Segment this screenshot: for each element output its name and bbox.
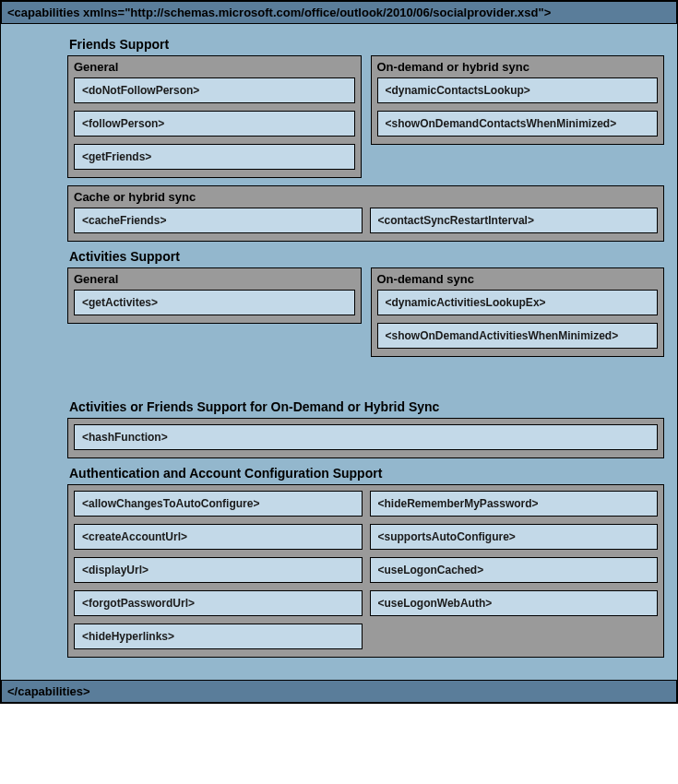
- xml-element: <getFriends>: [74, 144, 355, 170]
- xml-element: <showOnDemandActivitiesWhenMinimized>: [377, 323, 659, 349]
- xml-element: <hideHyperlinks>: [74, 624, 363, 649]
- xml-element: <allowChangesToAutoConfigure>: [74, 491, 363, 517]
- xml-element: <createAccountUrl>: [74, 524, 363, 550]
- xml-element: <contactSyncRestartInterval>: [370, 208, 659, 233]
- group-friends-general: General <doNotFollowPerson> <followPerso…: [67, 55, 362, 178]
- xml-element: <doNotFollowPerson>: [74, 77, 355, 103]
- xml-open-tag: <capabilities xmlns="http://schemas.micr…: [1, 1, 677, 24]
- xml-element: <cacheFriends>: [74, 208, 363, 233]
- group-auth: <allowChangesToAutoConfigure> <createAcc…: [67, 484, 664, 658]
- section-title-auth: Authentication and Account Configuration…: [69, 466, 664, 481]
- group-title: General: [74, 58, 355, 77]
- group-title: On-demand or hybrid sync: [377, 58, 659, 77]
- xml-element: <hashFunction>: [74, 424, 658, 450]
- xml-element: <dynamicContactsLookup>: [377, 77, 659, 103]
- group-activities-general: General <getActivites>: [67, 267, 362, 324]
- section-title-friends: Friends Support: [69, 37, 664, 52]
- group-title: General: [74, 270, 355, 290]
- xml-close-tag: </capabilities>: [1, 680, 677, 703]
- diagram-body: Friends Support General <doNotFollowPers…: [1, 24, 677, 680]
- xml-element: <useLogonCached>: [370, 557, 659, 583]
- xml-element: <getActivites>: [74, 290, 355, 315]
- xml-element: <supportsAutoConfigure>: [370, 524, 659, 550]
- capabilities-diagram: <capabilities xmlns="http://schemas.micr…: [0, 0, 678, 704]
- xml-element: <followPerson>: [74, 111, 355, 137]
- group-hybrid: <hashFunction>: [67, 418, 664, 458]
- group-friends-cache: Cache or hybrid sync <cacheFriends> <con…: [67, 185, 664, 242]
- xml-element: <showOnDemandContactsWhenMinimized>: [377, 111, 659, 137]
- section-title-hybrid: Activities or Friends Support for On-Dem…: [69, 399, 664, 414]
- section-title-activities: Activities Support: [69, 249, 664, 264]
- xml-element: <displayUrl>: [74, 557, 363, 583]
- group-friends-ondemand: On-demand or hybrid sync <dynamicContact…: [371, 55, 665, 145]
- xml-element: <dynamicActivitiesLookupEx>: [377, 290, 659, 315]
- group-title: Cache or hybrid sync: [74, 188, 658, 208]
- group-activities-ondemand: On-demand sync <dynamicActivitiesLookupE…: [371, 267, 665, 357]
- group-title: On-demand sync: [377, 270, 659, 290]
- xml-element: <useLogonWebAuth>: [370, 590, 659, 616]
- xml-element: <hideRememberMyPassword>: [370, 491, 659, 517]
- xml-element: <forgotPasswordUrl>: [74, 590, 363, 616]
